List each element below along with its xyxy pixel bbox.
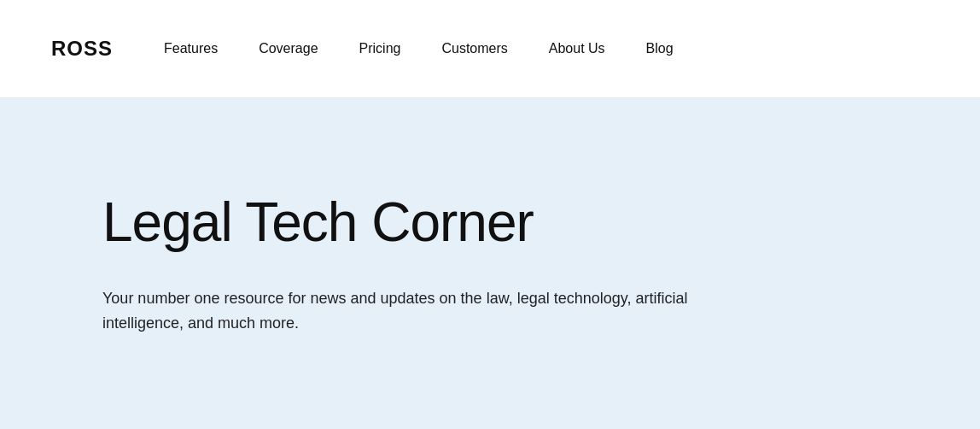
nav-item-customers[interactable]: Customers xyxy=(441,41,507,56)
site-logo[interactable]: ROSS xyxy=(51,37,113,61)
site-header: ROSS Features Coverage Pricing Customers… xyxy=(0,0,980,98)
nav-item-pricing[interactable]: Pricing xyxy=(359,41,401,56)
hero-subtitle: Your number one resource for news and up… xyxy=(102,286,717,336)
nav-item-coverage[interactable]: Coverage xyxy=(259,41,318,56)
main-nav: Features Coverage Pricing Customers Abou… xyxy=(164,41,674,56)
nav-item-features[interactable]: Features xyxy=(164,41,218,56)
nav-item-blog[interactable]: Blog xyxy=(646,41,674,56)
hero-title: Legal Tech Corner xyxy=(102,192,929,252)
hero-section: Legal Tech Corner Your number one resour… xyxy=(0,98,980,429)
nav-item-about-us[interactable]: About Us xyxy=(549,41,605,56)
